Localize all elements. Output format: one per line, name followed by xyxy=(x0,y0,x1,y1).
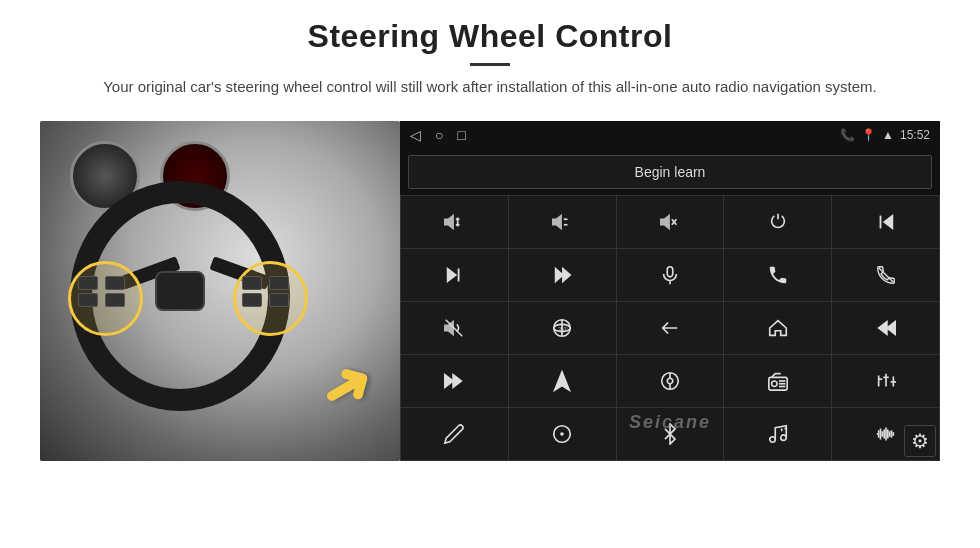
sw-btn-7 xyxy=(242,293,262,307)
rewind-button[interactable] xyxy=(832,302,939,354)
hangup-button[interactable] xyxy=(832,249,939,301)
home-nav-icon[interactable]: ○ xyxy=(435,127,443,143)
svg-marker-4 xyxy=(553,215,561,228)
status-right-icons: 📞 📍 ▲ 15:52 xyxy=(840,128,930,142)
settings-dot-button[interactable] xyxy=(509,408,616,460)
mute-button[interactable] xyxy=(617,196,724,248)
vol-down-button[interactable] xyxy=(509,196,616,248)
hu-panel: ◁ ○ □ 📞 📍 ▲ 15:52 Begin learn xyxy=(400,121,940,461)
title-section: Steering Wheel Control Your original car… xyxy=(40,18,940,99)
title-divider xyxy=(470,63,510,66)
svg-point-49 xyxy=(781,434,787,440)
mic-button[interactable] xyxy=(617,249,724,301)
sw-btn-5 xyxy=(242,276,262,290)
power-button[interactable] xyxy=(724,196,831,248)
navigate-button[interactable] xyxy=(509,355,616,407)
sw-btn-2 xyxy=(105,276,125,290)
svg-point-32 xyxy=(667,378,673,384)
source-button[interactable] xyxy=(617,355,724,407)
back-button[interactable] xyxy=(617,302,724,354)
wheel-buttons-left xyxy=(78,276,128,307)
svg-marker-28 xyxy=(445,374,453,387)
status-nav-icons: ◁ ○ □ xyxy=(410,127,466,143)
page-title: Steering Wheel Control xyxy=(40,18,940,55)
phone-button[interactable] xyxy=(724,249,831,301)
svg-marker-29 xyxy=(453,374,461,387)
gear-settings-button[interactable]: ⚙ xyxy=(904,425,936,457)
next-button[interactable] xyxy=(401,249,508,301)
equalizer-button[interactable] xyxy=(832,355,939,407)
wheel-buttons-right xyxy=(242,276,292,307)
pen-button[interactable] xyxy=(401,408,508,460)
content-area: ➜ ◁ ○ □ 📞 📍 ▲ 15:52 Begin learn xyxy=(40,121,940,461)
sw-btn-8 xyxy=(269,293,289,307)
svg-marker-10 xyxy=(884,215,892,228)
steering-wheel-image: ➜ xyxy=(40,121,400,461)
vol-up-button[interactable] xyxy=(401,196,508,248)
wifi-icon: ▲ xyxy=(882,128,894,142)
svg-text:360°: 360° xyxy=(559,326,569,331)
skip-fwd-button[interactable] xyxy=(509,249,616,301)
fast-fwd-button[interactable] xyxy=(401,355,508,407)
svg-rect-17 xyxy=(667,266,673,276)
music-settings-button[interactable] xyxy=(724,408,831,460)
svg-point-48 xyxy=(770,436,776,442)
bluetooth-button[interactable] xyxy=(617,408,724,460)
svg-marker-7 xyxy=(661,215,669,228)
sw-btn-4 xyxy=(105,293,125,307)
page-wrapper: Steering Wheel Control Your original car… xyxy=(0,0,980,548)
sw-btn-3 xyxy=(78,293,98,307)
sw-btn-1 xyxy=(78,276,98,290)
prev-track-button[interactable] xyxy=(832,196,939,248)
wheel-hub xyxy=(155,271,205,311)
location-icon: 📍 xyxy=(861,128,876,142)
begin-learn-button[interactable]: Begin learn xyxy=(408,155,932,189)
svg-marker-14 xyxy=(556,268,563,281)
begin-learn-row: Begin learn xyxy=(400,149,940,195)
svg-marker-27 xyxy=(887,321,895,334)
speaker-button[interactable] xyxy=(401,302,508,354)
status-time: 15:52 xyxy=(900,128,930,142)
recent-nav-icon[interactable]: □ xyxy=(457,127,465,143)
back-nav-icon[interactable]: ◁ xyxy=(410,127,421,143)
subtitle: Your original car's steering wheel contr… xyxy=(100,76,880,99)
home-button[interactable] xyxy=(724,302,831,354)
svg-marker-12 xyxy=(448,268,456,281)
icon-grid: 360° xyxy=(400,195,940,461)
status-bar: ◁ ○ □ 📞 📍 ▲ 15:52 xyxy=(400,121,940,149)
sw-btn-6 xyxy=(269,276,289,290)
svg-marker-30 xyxy=(555,371,570,389)
hu-controls-wrapper: 360° xyxy=(400,195,940,461)
svg-marker-15 xyxy=(563,268,570,281)
svg-point-47 xyxy=(560,432,564,436)
camera-360-button[interactable]: 360° xyxy=(509,302,616,354)
svg-point-36 xyxy=(771,381,777,387)
svg-marker-0 xyxy=(445,215,453,228)
phone-icon: 📞 xyxy=(840,128,855,142)
radio-button[interactable] xyxy=(724,355,831,407)
